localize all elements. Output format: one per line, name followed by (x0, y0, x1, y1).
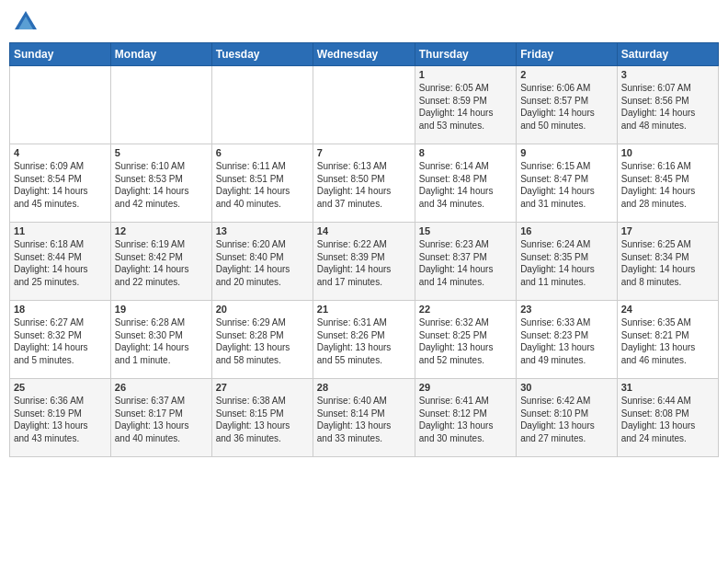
day-number: 9 (520, 147, 613, 158)
day-info: Sunrise: 6:19 AM Sunset: 8:42 PM Dayligh… (115, 239, 189, 287)
day-number: 19 (115, 304, 208, 315)
logo (13, 9, 42, 35)
logo-icon (13, 9, 39, 35)
day-number: 8 (419, 147, 512, 158)
day-number: 10 (621, 147, 714, 158)
day-info: Sunrise: 6:37 AM Sunset: 8:17 PM Dayligh… (115, 396, 189, 443)
day-info: Sunrise: 6:24 AM Sunset: 8:35 PM Dayligh… (520, 239, 595, 287)
day-info: Sunrise: 6:10 AM Sunset: 8:53 PM Dayligh… (115, 161, 189, 209)
day-number: 21 (317, 304, 411, 315)
page-header (9, 9, 719, 35)
day-info: Sunrise: 6:09 AM Sunset: 8:54 PM Dayligh… (14, 161, 88, 209)
calendar-cell: 14Sunrise: 6:22 AM Sunset: 8:39 PM Dayli… (313, 223, 415, 301)
calendar-cell: 21Sunrise: 6:31 AM Sunset: 8:26 PM Dayli… (313, 301, 415, 379)
day-number: 22 (419, 304, 512, 315)
day-info: Sunrise: 6:15 AM Sunset: 8:47 PM Dayligh… (520, 161, 595, 209)
calendar-cell: 9Sunrise: 6:15 AM Sunset: 8:47 PM Daylig… (517, 144, 618, 223)
day-info: Sunrise: 6:36 AM Sunset: 8:19 PM Dayligh… (14, 396, 88, 443)
calendar-cell: 7Sunrise: 6:13 AM Sunset: 8:50 PM Daylig… (313, 144, 415, 223)
day-number: 14 (317, 225, 411, 236)
day-number: 25 (14, 382, 107, 393)
day-number: 30 (520, 382, 613, 393)
calendar-cell (10, 66, 111, 144)
calendar-cell: 11Sunrise: 6:18 AM Sunset: 8:44 PM Dayli… (10, 223, 111, 301)
day-number: 6 (216, 147, 309, 158)
calendar-cell (313, 66, 415, 144)
calendar-cell: 8Sunrise: 6:14 AM Sunset: 8:48 PM Daylig… (415, 144, 516, 223)
calendar-cell: 4Sunrise: 6:09 AM Sunset: 8:54 PM Daylig… (10, 144, 111, 223)
day-info: Sunrise: 6:16 AM Sunset: 8:45 PM Dayligh… (621, 161, 696, 209)
calendar-cell: 12Sunrise: 6:19 AM Sunset: 8:42 PM Dayli… (110, 223, 211, 301)
calendar-cell: 3Sunrise: 6:07 AM Sunset: 8:56 PM Daylig… (617, 66, 718, 144)
day-info: Sunrise: 6:11 AM Sunset: 8:51 PM Dayligh… (216, 161, 290, 209)
calendar-cell: 13Sunrise: 6:20 AM Sunset: 8:40 PM Dayli… (211, 223, 313, 301)
calendar-cell: 17Sunrise: 6:25 AM Sunset: 8:34 PM Dayli… (617, 223, 718, 301)
day-info: Sunrise: 6:38 AM Sunset: 8:15 PM Dayligh… (216, 396, 290, 443)
day-header-friday: Friday (517, 43, 618, 66)
calendar-cell: 20Sunrise: 6:29 AM Sunset: 8:28 PM Dayli… (211, 301, 313, 379)
day-info: Sunrise: 6:20 AM Sunset: 8:40 PM Dayligh… (216, 239, 290, 287)
day-info: Sunrise: 6:40 AM Sunset: 8:14 PM Dayligh… (317, 396, 392, 443)
calendar-cell: 5Sunrise: 6:10 AM Sunset: 8:53 PM Daylig… (110, 144, 211, 223)
day-header-tuesday: Tuesday (211, 43, 313, 66)
calendar-cell: 26Sunrise: 6:37 AM Sunset: 8:17 PM Dayli… (110, 379, 211, 457)
day-number: 16 (520, 225, 613, 236)
day-info: Sunrise: 6:22 AM Sunset: 8:39 PM Dayligh… (317, 239, 392, 287)
day-info: Sunrise: 6:13 AM Sunset: 8:50 PM Dayligh… (317, 161, 392, 209)
day-number: 4 (14, 147, 107, 158)
day-number: 28 (317, 382, 411, 393)
day-number: 26 (115, 382, 208, 393)
calendar-week-row: 25Sunrise: 6:36 AM Sunset: 8:19 PM Dayli… (10, 379, 719, 457)
day-number: 23 (520, 304, 613, 315)
day-number: 7 (317, 147, 411, 158)
calendar-cell: 29Sunrise: 6:41 AM Sunset: 8:12 PM Dayli… (415, 379, 516, 457)
calendar-week-row: 11Sunrise: 6:18 AM Sunset: 8:44 PM Dayli… (10, 223, 719, 301)
calendar-cell: 15Sunrise: 6:23 AM Sunset: 8:37 PM Dayli… (415, 223, 516, 301)
day-number: 5 (115, 147, 208, 158)
day-number: 12 (115, 225, 208, 236)
day-info: Sunrise: 6:42 AM Sunset: 8:10 PM Dayligh… (520, 396, 595, 443)
day-number: 3 (621, 69, 714, 80)
day-number: 20 (216, 304, 309, 315)
calendar-cell: 22Sunrise: 6:32 AM Sunset: 8:25 PM Dayli… (415, 301, 516, 379)
day-info: Sunrise: 6:41 AM Sunset: 8:12 PM Dayligh… (419, 396, 494, 443)
calendar-cell: 10Sunrise: 6:16 AM Sunset: 8:45 PM Dayli… (617, 144, 718, 223)
day-info: Sunrise: 6:44 AM Sunset: 8:08 PM Dayligh… (621, 396, 696, 443)
calendar-week-row: 4Sunrise: 6:09 AM Sunset: 8:54 PM Daylig… (10, 144, 719, 223)
day-number: 17 (621, 225, 714, 236)
day-info: Sunrise: 6:28 AM Sunset: 8:30 PM Dayligh… (115, 317, 189, 365)
day-number: 2 (520, 69, 613, 80)
calendar-cell: 6Sunrise: 6:11 AM Sunset: 8:51 PM Daylig… (211, 144, 313, 223)
calendar-cell: 1Sunrise: 6:05 AM Sunset: 8:59 PM Daylig… (415, 66, 516, 144)
day-number: 29 (419, 382, 512, 393)
day-info: Sunrise: 6:31 AM Sunset: 8:26 PM Dayligh… (317, 317, 392, 365)
calendar-week-row: 18Sunrise: 6:27 AM Sunset: 8:32 PM Dayli… (10, 301, 719, 379)
calendar-cell: 28Sunrise: 6:40 AM Sunset: 8:14 PM Dayli… (313, 379, 415, 457)
day-info: Sunrise: 6:14 AM Sunset: 8:48 PM Dayligh… (419, 161, 494, 209)
calendar-cell: 24Sunrise: 6:35 AM Sunset: 8:21 PM Dayli… (617, 301, 718, 379)
day-header-saturday: Saturday (617, 43, 718, 66)
day-header-thursday: Thursday (415, 43, 516, 66)
day-header-sunday: Sunday (10, 43, 111, 66)
calendar-table: SundayMondayTuesdayWednesdayThursdayFrid… (9, 42, 719, 457)
calendar-cell (110, 66, 211, 144)
day-number: 24 (621, 304, 714, 315)
day-number: 15 (419, 225, 512, 236)
day-info: Sunrise: 6:29 AM Sunset: 8:28 PM Dayligh… (216, 317, 290, 365)
day-info: Sunrise: 6:35 AM Sunset: 8:21 PM Dayligh… (621, 317, 696, 365)
calendar-cell: 18Sunrise: 6:27 AM Sunset: 8:32 PM Dayli… (10, 301, 111, 379)
day-info: Sunrise: 6:07 AM Sunset: 8:56 PM Dayligh… (621, 83, 696, 131)
calendar-cell: 25Sunrise: 6:36 AM Sunset: 8:19 PM Dayli… (10, 379, 111, 457)
calendar-cell: 23Sunrise: 6:33 AM Sunset: 8:23 PM Dayli… (517, 301, 618, 379)
day-info: Sunrise: 6:27 AM Sunset: 8:32 PM Dayligh… (14, 317, 88, 365)
calendar-cell: 30Sunrise: 6:42 AM Sunset: 8:10 PM Dayli… (517, 379, 618, 457)
day-info: Sunrise: 6:05 AM Sunset: 8:59 PM Dayligh… (419, 83, 494, 131)
day-number: 13 (216, 225, 309, 236)
calendar-cell: 2Sunrise: 6:06 AM Sunset: 8:57 PM Daylig… (517, 66, 618, 144)
day-number: 31 (621, 382, 714, 393)
day-info: Sunrise: 6:33 AM Sunset: 8:23 PM Dayligh… (520, 317, 595, 365)
day-info: Sunrise: 6:23 AM Sunset: 8:37 PM Dayligh… (419, 239, 494, 287)
day-header-wednesday: Wednesday (313, 43, 415, 66)
calendar-cell: 19Sunrise: 6:28 AM Sunset: 8:30 PM Dayli… (110, 301, 211, 379)
calendar-cell: 16Sunrise: 6:24 AM Sunset: 8:35 PM Dayli… (517, 223, 618, 301)
